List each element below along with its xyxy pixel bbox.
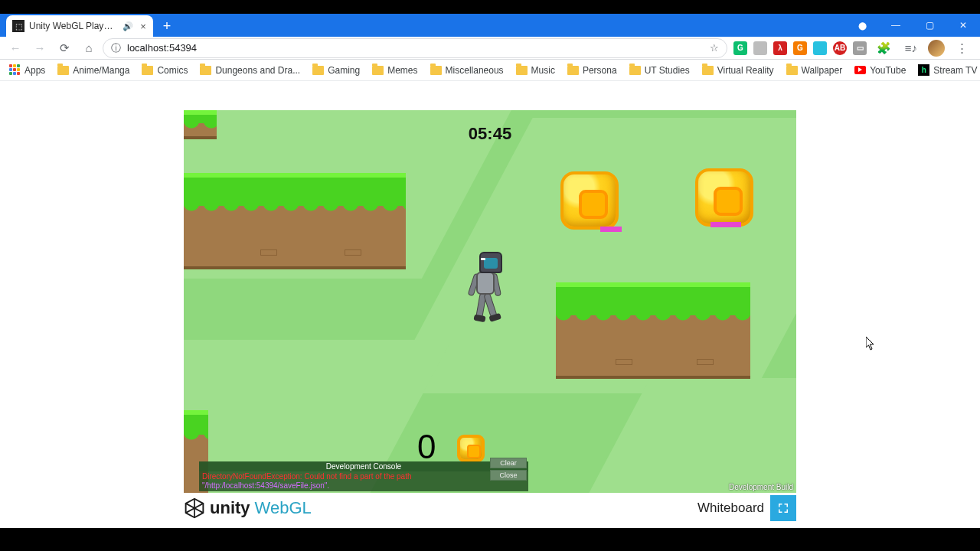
mouse-cursor [866,337,875,350]
browser-window: ⬚ Unity WebGL Player | Whiteb 🔊 × + ⬤ — … [0,14,980,528]
ext-icon[interactable] [753,41,767,55]
webgl-text: WebGL [255,498,312,518]
reload-button[interactable]: ⟳ [54,37,75,59]
app-title: Whiteboard [697,500,764,516]
unity-footer-bar: unity WebGL Whiteboard [184,493,796,523]
unity-favicon: ⬚ [12,20,24,32]
profile-avatar[interactable] [928,40,945,57]
bookmark-hulu[interactable]: hStream TV and Mov... [913,63,980,77]
bookmark-label: Comics [157,65,188,76]
browser-toolbar: ← → ⟳ ⌂ ⓘ localhost:54394 ☆ G λ G AB ▭ 🧩… [0,37,980,60]
bookmark-label: Music [531,65,555,76]
coin-collectible [695,168,753,227]
close-window-button[interactable]: ✕ [946,14,980,37]
ext-icon-cyan[interactable] [813,41,827,55]
dev-console: Development Console DirectoryNotFoundExc… [199,461,528,491]
maximize-button[interactable]: ▢ [913,14,946,37]
home-button[interactable]: ⌂ [78,37,100,59]
back-button[interactable]: ← [5,37,26,59]
bookmark-folder[interactable]: Virtual Reality [697,64,779,77]
unity-text: unity [210,498,250,518]
bookmark-folder[interactable]: Wallpaper [782,64,848,77]
unity-player-wrap: 05:45 0 [184,110,796,523]
pdf-ext-icon[interactable]: λ [773,41,787,55]
bookmark-youtube[interactable]: YouTube [850,64,910,77]
platform [556,282,750,379]
audio-playing-icon[interactable]: 🔊 [122,21,133,31]
apps-shortcut[interactable]: Apps [5,63,50,77]
dev-console-buttons: Clear Close [490,458,527,481]
bookmark-folder[interactable]: Dungeons and Dra... [195,64,305,77]
game-canvas[interactable]: 05:45 0 [184,110,796,493]
bookmark-folder[interactable]: Gaming [308,64,364,77]
adblock-ext-icon[interactable]: AB [833,41,847,55]
browser-tab[interactable]: ⬚ Unity WebGL Player | Whiteb 🔊 × [6,15,153,37]
bookmark-label: Dungeons and Dra... [215,65,300,76]
bookmark-folder[interactable]: Comics [137,64,192,77]
bookmark-folder[interactable]: Music [511,64,560,77]
ext-icon-gray[interactable]: ▭ [853,41,867,55]
window-controls: ⬤ — ▢ ✕ [845,14,980,37]
bookmark-label: Wallpaper [802,65,843,76]
forward-button[interactable]: → [29,37,51,59]
player-character [469,252,504,324]
bookmark-label: Gaming [328,65,360,76]
coin-shadow [600,227,622,232]
bookmarks-bar: Apps Anime/Manga Comics Dungeons and Dra… [0,60,980,81]
coin-collectible [560,171,619,230]
extensions-menu-icon[interactable]: 🧩 [873,37,894,59]
letterbox-top [0,0,980,14]
bookmark-star-icon[interactable]: ☆ [710,42,719,54]
minimize-button[interactable]: — [879,14,913,37]
bookmark-label: Stream TV and Mov... [933,65,980,76]
platform [184,173,406,269]
bookmark-label: Persona [583,65,617,76]
coin-hud-icon [457,435,485,462]
fullscreen-button[interactable] [770,495,796,521]
tab-title: Unity WebGL Player | Whiteb [29,21,118,31]
page-viewport: 05:45 0 [0,81,980,528]
dev-console-path: "/http:/localhost:54394/saveFile.json". [199,481,528,491]
unity-logo: unity WebGL [184,497,312,519]
dev-clear-button[interactable]: Clear [490,458,527,468]
dev-console-title: Development Console [199,461,528,471]
development-build-label: Development Build [729,483,793,491]
unity-cube-icon [184,497,205,519]
ext-icon-orange[interactable]: G [793,41,807,55]
bookmark-label: Memes [387,65,417,76]
record-indicator-icon[interactable]: ⬤ [845,14,879,37]
dev-console-error: DirectoryNotFoundException: Could not fi… [199,471,528,481]
bookmark-label: Anime/Manga [73,65,129,76]
score-counter: 0 [417,428,436,466]
new-tab-button[interactable]: + [156,15,178,37]
tab-strip: ⬚ Unity WebGL Player | Whiteb 🔊 × + ⬤ — … [0,14,980,37]
chrome-menu-icon[interactable]: ⋮ [951,37,972,59]
dev-close-button[interactable]: Close [490,470,527,481]
bookmark-folder[interactable]: Miscellaneous [426,64,508,77]
bookmark-label: Apps [24,65,45,76]
url-text: localhost:54394 [127,42,197,54]
bookmark-label: Miscellaneous [446,65,504,76]
grammarly-ext-icon[interactable]: G [733,41,747,55]
site-info-icon[interactable]: ⓘ [111,41,121,55]
bookmark-folder[interactable]: Anime/Manga [53,64,134,77]
bookmark-label: UT Studies [645,65,690,76]
bookmark-folder[interactable]: Persona [563,64,622,77]
bookmark-folder[interactable]: Memes [368,64,422,77]
letterbox-bottom [0,528,980,551]
address-bar[interactable]: ⓘ localhost:54394 ☆ [103,38,727,58]
coin-shadow [710,222,741,227]
tab-close-icon[interactable]: × [138,21,149,31]
bookmark-label: Virtual Reality [717,65,774,76]
fullscreen-icon [776,501,790,515]
game-timer: 05:45 [469,124,511,144]
platform [184,110,217,139]
extension-icons: G λ G AB ▭ 🧩 ≡♪ ⋮ [730,37,975,59]
media-control-icon[interactable]: ≡♪ [900,37,922,59]
bookmark-label: YouTube [870,65,906,76]
bookmark-folder[interactable]: UT Studies [625,64,694,77]
